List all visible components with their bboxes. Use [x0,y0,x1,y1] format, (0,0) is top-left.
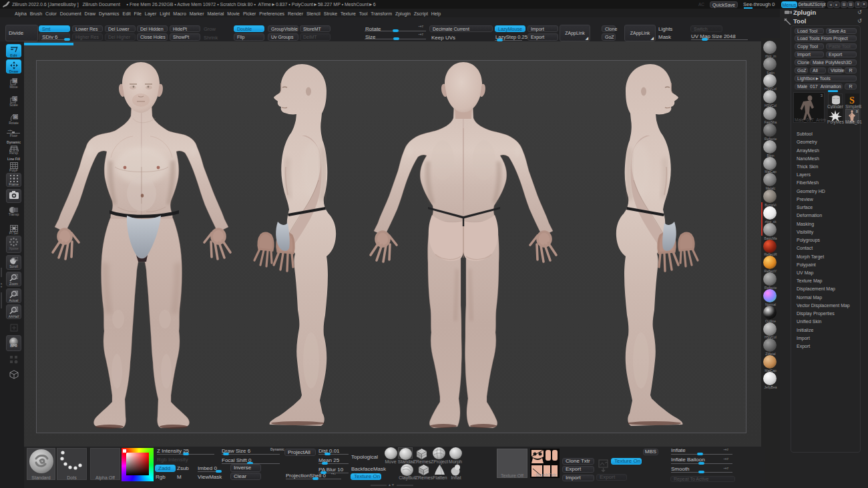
svg-text:M: M [13,79,17,83]
svg-text:S: S [13,97,16,101]
svg-text:BPR: BPR [10,344,17,348]
svg-text:R: R [14,115,17,119]
